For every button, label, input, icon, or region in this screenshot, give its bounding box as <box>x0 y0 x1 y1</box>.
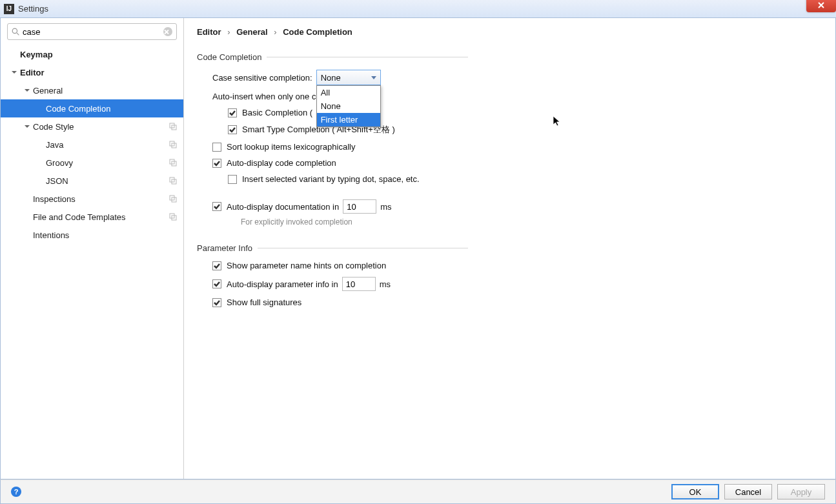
section-legend: Parameter Info <box>197 243 258 253</box>
insert-variant-label: Insert selected variant by typing dot, s… <box>242 174 420 184</box>
tree-label: Editor <box>20 68 45 77</box>
code-completion-section: Code Completion Case sensitive completio… <box>197 52 468 233</box>
row-show-full-sig: Show full signatures <box>197 297 468 307</box>
app-icon: IJ <box>4 4 14 14</box>
case-sensitive-combo[interactable]: None <box>316 70 381 85</box>
combo-value: None <box>321 73 341 83</box>
dropdown-option-none[interactable]: None <box>317 99 380 113</box>
checkbox-auto-display-cc[interactable] <box>212 159 221 168</box>
tree-label: File and Code Templates <box>33 212 126 222</box>
scheme-icon <box>169 213 177 221</box>
tree-item-editor[interactable]: Editor <box>1 63 183 81</box>
tree-item-json[interactable]: JSON <box>1 172 183 190</box>
auto-insert-label: Auto-insert when only one c <box>212 92 316 101</box>
auto-doc-hint: For explicitly invoked completion <box>241 217 468 227</box>
breadcrumb-separator: › <box>227 27 230 37</box>
checkbox-show-param-hints[interactable] <box>212 261 221 270</box>
case-sensitive-dropdown: All None First letter <box>316 85 381 127</box>
show-full-sig-label: Show full signatures <box>227 297 301 307</box>
tree-item-code-completion[interactable]: Code Completion <box>1 99 183 117</box>
tree-item-java[interactable]: Java <box>1 136 183 154</box>
auto-param-label-pre: Auto-display parameter info in <box>227 279 338 289</box>
scheme-icon <box>169 177 177 185</box>
svg-point-0 <box>12 28 17 33</box>
settings-tree: Keymap Editor General Code Completion Co… <box>1 45 183 479</box>
check-icon <box>214 203 220 210</box>
row-auto-doc: Auto-display documentation in ms <box>197 199 468 214</box>
close-button[interactable] <box>806 0 836 12</box>
tree-label: Keymap <box>20 50 53 59</box>
section-legend: Code Completion <box>197 52 267 62</box>
basic-completion-label: Basic Completion ( <box>242 108 312 117</box>
auto-doc-label-post: ms <box>380 202 391 212</box>
checkbox-smart-type-completion[interactable] <box>228 125 237 134</box>
chevron-down-icon <box>24 123 30 130</box>
row-insert-variant: Insert selected variant by typing dot, s… <box>197 174 468 184</box>
breadcrumb-part: Code Completion <box>283 27 352 37</box>
show-param-hints-label: Show parameter name hints on completion <box>227 261 386 270</box>
tree-label: General <box>33 86 63 96</box>
search-icon <box>12 28 20 36</box>
check-icon <box>214 299 220 306</box>
tree-label: Intentions <box>33 230 69 240</box>
main-container: Keymap Editor General Code Completion Co… <box>0 18 836 479</box>
tree-item-groovy[interactable]: Groovy <box>1 154 183 172</box>
tree-item-keymap[interactable]: Keymap <box>1 45 183 63</box>
tree-label: Java <box>46 140 63 150</box>
scheme-icon <box>169 141 177 148</box>
scheme-icon <box>169 123 177 130</box>
checkbox-sort-lexico[interactable] <box>212 143 221 152</box>
checkbox-auto-param-info[interactable] <box>212 279 221 288</box>
breadcrumb-part[interactable]: Editor <box>197 27 221 37</box>
tree-item-code-style[interactable]: Code Style <box>1 117 183 136</box>
tree-item-intentions[interactable]: Intentions <box>1 226 183 244</box>
row-auto-display-cc: Auto-display code completion <box>197 158 468 168</box>
auto-doc-label-pre: Auto-display documentation in <box>227 202 339 212</box>
checkbox-basic-completion[interactable] <box>228 108 237 117</box>
search-input[interactable] <box>23 27 163 37</box>
dropdown-option-first-letter[interactable]: First letter <box>317 113 380 126</box>
sort-lexico-label: Sort lookup items lexicographically <box>227 142 355 152</box>
bottom-bar: ? OK Cancel Apply <box>0 479 836 504</box>
window-title: Settings <box>18 4 48 14</box>
search-box[interactable] <box>7 23 177 40</box>
parameter-info-section: Parameter Info Show parameter name hints… <box>197 243 468 314</box>
close-icon <box>817 1 825 9</box>
breadcrumb-separator: › <box>274 27 276 37</box>
auto-display-cc-label: Auto-display code completion <box>227 158 336 168</box>
check-icon <box>214 281 220 287</box>
scheme-icon <box>169 159 177 166</box>
checkbox-show-full-sig[interactable] <box>212 298 221 307</box>
tree-item-inspections[interactable]: Inspections <box>1 190 183 208</box>
clear-search-button[interactable] <box>163 27 172 36</box>
breadcrumb-part[interactable]: General <box>236 27 267 37</box>
tree-item-general[interactable]: General <box>1 81 183 99</box>
ok-button[interactable]: OK <box>671 484 719 499</box>
check-icon <box>229 126 236 133</box>
checkbox-insert-variant[interactable] <box>228 175 237 184</box>
chevron-down-icon <box>371 76 376 79</box>
row-auto-param-info: Auto-display parameter info in ms <box>197 277 468 291</box>
tree-label: Code Completion <box>46 104 110 114</box>
row-case-sensitive: Case sensitive completion: None All None… <box>197 70 468 85</box>
tree-label: Groovy <box>46 158 73 168</box>
tree-label: Inspections <box>33 194 76 204</box>
tree-item-file-templates[interactable]: File and Code Templates <box>1 208 183 226</box>
chevron-down-icon <box>24 87 30 94</box>
checkbox-auto-doc[interactable] <box>212 202 221 211</box>
scheme-icon <box>169 195 177 203</box>
check-icon <box>229 110 236 116</box>
dropdown-option-all[interactable]: All <box>317 86 380 99</box>
help-button[interactable]: ? <box>11 487 21 497</box>
auto-param-label-post: ms <box>380 279 391 289</box>
apply-button[interactable]: Apply <box>777 484 825 499</box>
check-icon <box>214 263 220 269</box>
clear-icon <box>163 28 170 36</box>
auto-doc-input[interactable] <box>343 199 376 214</box>
cancel-button[interactable]: Cancel <box>724 484 772 499</box>
row-sort-lexico: Sort lookup items lexicographically <box>197 142 468 152</box>
check-icon <box>214 160 220 166</box>
auto-param-input[interactable] <box>342 277 376 291</box>
cursor-icon <box>553 116 562 127</box>
row-show-param-hints: Show parameter name hints on completion <box>197 261 468 270</box>
